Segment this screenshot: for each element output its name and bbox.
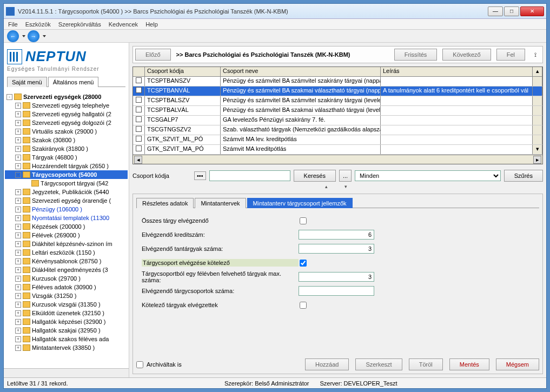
tree-expander-icon[interactable]: + [15, 120, 21, 126]
tree-expander-icon[interactable]: + [15, 146, 21, 152]
tree-item[interactable]: +Pénzügy (106000 ) [5, 205, 128, 214]
search-mask-icon[interactable]: ••• [194, 171, 206, 180]
grid-scroll-track[interactable] [533, 116, 542, 125]
tab-details[interactable]: Részletes adatok [136, 198, 194, 208]
tree-item[interactable]: +Hallgatók képzései (32900 ) [5, 317, 128, 326]
row-checkbox[interactable] [133, 96, 145, 105]
grid-scroll-track[interactable] [533, 106, 542, 115]
nav-forward-dropdown-icon[interactable] [43, 35, 46, 37]
menu-favorites[interactable]: Kedvencek [109, 21, 138, 28]
tree-item[interactable]: +Szervezeti egység hallgatói (2 [5, 110, 128, 118]
tree-expander-icon[interactable]: + [15, 215, 21, 221]
tree-item[interactable]: +Kurzusok (29700 ) [5, 274, 128, 283]
tree-expander-icon[interactable]: + [15, 310, 21, 316]
table-row[interactable]: TCSPTBANSZVPénzügy és számvitel BA számv… [133, 77, 542, 87]
table-row[interactable]: GTK_SZVIT_MA_PÓSzámvit MA kreditpótlás▾ [133, 145, 542, 155]
input-max-per-sem[interactable] [299, 272, 374, 282]
tree-item[interactable]: -Tárgycsoportok (54000 [5, 170, 128, 179]
grid-scroll-left-icon[interactable]: ◂ [134, 156, 142, 164]
delete-button[interactable]: Töröl [409, 358, 443, 370]
row-checkbox[interactable] [133, 125, 145, 135]
tree-item[interactable]: +Félévek (269000 ) [5, 231, 128, 240]
table-row[interactable]: TCSPTBALVÁLPénzügy és számvitel BA szakm… [133, 106, 542, 116]
checkbox-mandatory-done[interactable] [300, 302, 307, 309]
menu-tools[interactable]: Eszközök [25, 21, 51, 28]
tree-item[interactable]: +Szakok (30800 ) [5, 136, 128, 144]
maximize-button[interactable]: □ [504, 6, 519, 16]
grid-header-checkbox[interactable] [133, 67, 145, 76]
tree-expander-icon[interactable]: + [15, 293, 21, 299]
grid-scroll-track[interactable] [533, 87, 542, 96]
tree-expander-icon[interactable]: + [15, 276, 21, 282]
tree-item[interactable]: +Hallgatók szakjai (32950 ) [5, 326, 128, 335]
tree-item[interactable]: +DiákHitel engedményezés (3 [5, 265, 128, 274]
input-required-subjects[interactable] [299, 244, 374, 254]
table-row[interactable]: TCSGALP7GA levelezős Pénzügyi szakirány … [133, 116, 542, 125]
tree-expander-icon[interactable]: + [15, 189, 21, 195]
tab-general-menu[interactable]: Általános menü [48, 77, 99, 87]
grid-header-scrollup-icon[interactable]: ▴ [533, 67, 542, 76]
grid-scroll-down-icon[interactable]: ▾ [533, 145, 542, 154]
table-row[interactable]: TCSPTBANVÁLPénzügy és számvitel BA szakm… [133, 87, 542, 96]
nav-forward-button[interactable]: → [28, 30, 39, 42]
tree-item[interactable]: +Szervezeti egység órarendje ( [5, 196, 128, 205]
grid-scroll-track[interactable] [533, 125, 542, 135]
nav-back-button[interactable]: ← [7, 30, 19, 42]
refresh-button[interactable]: Frissítés [394, 49, 438, 61]
tree-item[interactable]: Tárgycsoport tárgyai (542 [5, 179, 128, 188]
save-button[interactable]: Mentés [449, 358, 489, 370]
tree-expander-icon[interactable]: + [15, 241, 21, 247]
prev-button[interactable]: Előző [135, 49, 171, 61]
tab-group-properties[interactable]: Mintatanterv tárgycsoport jellemzők [247, 198, 353, 208]
add-button[interactable]: Hozzáad [305, 358, 349, 370]
tree-item[interactable]: +Elküldött üzenetek (32150 ) [5, 309, 128, 317]
input-required-credits[interactable] [299, 230, 374, 240]
row-checkbox[interactable] [133, 106, 145, 115]
tree-item[interactable]: +Szervezeti egység dolgozói (2 [5, 118, 128, 127]
browse-button[interactable]: ... [339, 170, 352, 182]
row-checkbox[interactable] [133, 87, 145, 96]
table-row[interactable]: TCSPTBALSZVPénzügy és számvitel BA számv… [133, 96, 542, 106]
row-checkbox[interactable] [133, 145, 145, 154]
tree-expander-icon[interactable]: + [15, 345, 21, 351]
checkbox-archived[interactable] [136, 361, 143, 368]
tree-expander-icon[interactable]: + [15, 111, 21, 117]
search-input[interactable] [209, 170, 290, 181]
tree-expander-icon[interactable]: - [6, 94, 12, 100]
row-checkbox[interactable] [133, 77, 145, 86]
tree-item[interactable]: +Diákhitel képzésnév-szinon ím [5, 240, 128, 248]
close-button[interactable]: ✕ [520, 6, 544, 16]
checkbox-all-required[interactable] [300, 217, 307, 224]
tree-expander-icon[interactable]: + [15, 328, 21, 334]
pin-icon[interactable]: ⟟ [531, 51, 540, 58]
tree-item[interactable]: +Szakirányok (31800 ) [5, 144, 128, 153]
checkbox-group-mandatory[interactable] [300, 260, 307, 267]
tree-expander-icon[interactable]: + [15, 207, 21, 212]
tree-expander-icon[interactable]: + [15, 319, 21, 325]
grid-scroll-right-icon[interactable]: ▸ [533, 156, 541, 164]
tree-item[interactable]: +Féléves adatok (30900 ) [5, 283, 128, 291]
menu-help[interactable]: Help [145, 21, 158, 28]
tree-expander-icon[interactable]: + [15, 103, 21, 109]
tree-item[interactable]: +Tárgyak (46800 ) [5, 153, 128, 162]
nav-back-dropdown-icon[interactable] [22, 35, 25, 37]
tree-expander-icon[interactable]: + [15, 267, 21, 273]
tree-expander-icon[interactable]: + [15, 224, 21, 230]
search-button[interactable]: Keresés [294, 170, 336, 182]
minimize-button[interactable]: — [488, 6, 503, 16]
tree-item[interactable]: +Vizsgák (31250 ) [5, 291, 128, 300]
cancel-button[interactable]: Mégsem [496, 358, 539, 370]
grid-scroll-track[interactable] [533, 135, 542, 144]
tree-expander-icon[interactable]: + [15, 258, 21, 264]
up-button[interactable]: Fel [496, 49, 525, 61]
tree-item[interactable]: +Jegyzetek, Publikációk (5440 [5, 188, 128, 196]
tree-expander-icon[interactable]: + [15, 232, 21, 238]
tree-expander-icon[interactable]: + [15, 155, 21, 161]
titlebar[interactable]: V2014.11.5.1 : Tárgycsoportok (54000 ) >… [4, 4, 546, 19]
grid-scroll-track[interactable] [533, 77, 542, 86]
input-required-groups[interactable] [299, 286, 374, 296]
splitter-handle[interactable]: ▴ ▾ [132, 184, 543, 189]
filter-select[interactable]: Minden [355, 170, 501, 181]
tree-item[interactable]: +Virtuális szakok (29000 ) [5, 127, 128, 136]
row-checkbox[interactable] [133, 116, 145, 125]
